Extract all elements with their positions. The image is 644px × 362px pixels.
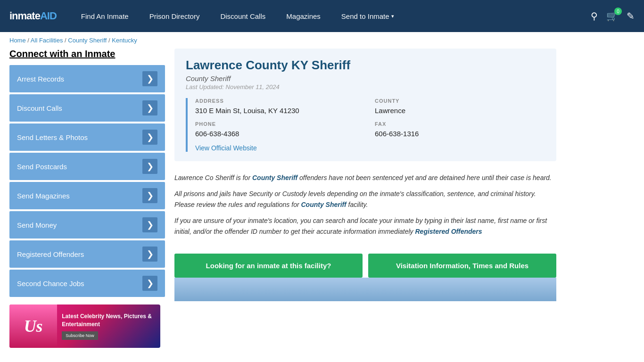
address-label: ADDRESS (195, 98, 365, 104)
sidebar-item-send-letters[interactable]: Send Letters & Photos ❯ (9, 123, 165, 151)
nav-magazines[interactable]: Magazines (276, 0, 331, 32)
sidebar: Connect with an Inmate Arrest Records ❯ … (9, 49, 165, 348)
phone-value: 606-638-4368 (195, 129, 365, 139)
find-inmate-button[interactable]: Looking for an inmate at this facility? (174, 254, 363, 278)
county-sheriff-link1[interactable]: County Sheriff (252, 174, 297, 181)
nav-prison-directory[interactable]: Prison Directory (139, 0, 210, 32)
county-sheriff-link2[interactable]: County Sheriff (301, 201, 346, 208)
phone-label: PHONE (195, 121, 365, 127)
logo[interactable]: inmateAID (9, 10, 57, 22)
facility-description: Lawrence Co Sheriff is for County Sherif… (174, 169, 556, 246)
header-icons: ⚲ 🛒 0 ✎ (591, 10, 635, 22)
breadcrumb-home[interactable]: Home (9, 37, 26, 44)
breadcrumb-kentucky[interactable]: Kentucky (112, 37, 137, 44)
arrow-icon: ❯ (142, 159, 157, 174)
fax-label: FAX (375, 121, 545, 127)
facility-details: ADDRESS 310 E Main St, Louisa, KY 41230 … (186, 98, 545, 152)
header: inmateAID Find An Inmate Prison Director… (0, 0, 644, 32)
sidebar-item-send-magazines[interactable]: Send Magazines ❯ (9, 182, 165, 209)
facility-type: County Sheriff (186, 74, 545, 82)
desc-para2: All prisons and jails have Security or C… (174, 189, 556, 210)
facility-updated: Last Updated: November 11, 2024 (186, 83, 545, 90)
action-buttons: Looking for an inmate at this facility? … (174, 254, 556, 278)
breadcrumb-all-facilities[interactable]: All Facilities (31, 37, 63, 44)
sidebar-item-arrest-records[interactable]: Arrest Records ❯ (9, 65, 165, 92)
search-icon[interactable]: ⚲ (591, 10, 598, 22)
sidebar-item-send-money[interactable]: Send Money ❯ (9, 211, 165, 239)
registered-offenders-link[interactable]: Registered Offenders (415, 228, 482, 235)
arrow-icon: ❯ (142, 276, 157, 291)
nav-discount-calls[interactable]: Discount Calls (210, 0, 276, 32)
nav-find-inmate[interactable]: Find An Inmate (71, 0, 139, 32)
breadcrumb-county-sheriff[interactable]: County Sheriff (68, 37, 107, 44)
address-value: 310 E Main St, Louisa, KY 41230 (195, 106, 365, 115)
arrow-icon: ❯ (142, 130, 157, 145)
cart-badge: 0 (614, 8, 622, 15)
facility-card: Lawrence County KY Sheriff County Sherif… (174, 49, 556, 161)
bottom-image (174, 278, 556, 301)
main-nav: Find An Inmate Prison Directory Discount… (71, 0, 591, 32)
main-layout: Connect with an Inmate Arrest Records ❯ … (0, 49, 566, 348)
desc-para1: Lawrence Co Sheriff is for County Sherif… (174, 173, 556, 183)
breadcrumb: Home / All Facilities / County Sheriff /… (0, 32, 644, 49)
ad-subscribe-button[interactable]: Subscribe Now (62, 331, 98, 340)
county-value: Lawrence (375, 106, 545, 115)
county-col: COUNTY Lawrence FAX 606-638-1316 (375, 98, 545, 152)
sidebar-item-second-chance-jobs[interactable]: Second Chance Jobs ❯ (9, 270, 165, 297)
arrow-icon: ❯ (142, 247, 157, 262)
sidebar-item-registered-offenders[interactable]: Registered Offenders ❯ (9, 240, 165, 268)
address-col: ADDRESS 310 E Main St, Louisa, KY 41230 … (195, 98, 365, 152)
arrow-icon: ❯ (142, 217, 157, 232)
sidebar-item-send-postcards[interactable]: Send Postcards ❯ (9, 153, 165, 180)
arrow-icon: ❯ (142, 100, 157, 115)
facility-name: Lawrence County KY Sheriff (186, 58, 545, 73)
main-content: Lawrence County KY Sheriff County Sherif… (174, 49, 556, 348)
website-link[interactable]: View Official Website (195, 144, 257, 152)
cart-icon[interactable]: 🛒 0 (606, 10, 618, 22)
sidebar-title: Connect with an Inmate (9, 49, 165, 59)
arrow-icon: ❯ (142, 71, 157, 86)
desc-para3: If you are unsure of your inmate's locat… (174, 215, 556, 237)
visitation-button[interactable]: Visitation Information, Times and Rules (368, 254, 556, 278)
ad-banner[interactable]: Us Latest Celebrity News, Pictures & Ent… (9, 304, 160, 348)
dropdown-arrow-icon: ▾ (391, 13, 394, 19)
arrow-icon: ❯ (142, 188, 157, 203)
sidebar-item-discount-calls[interactable]: Discount Calls ❯ (9, 94, 165, 122)
nav-send-to-inmate[interactable]: Send to Inmate ▾ (331, 0, 405, 32)
ad-headline: Latest Celebrity News, Pictures & Entert… (62, 313, 156, 329)
ad-brand-logo: Us (9, 304, 57, 348)
fax-value: 606-638-1316 (375, 129, 545, 139)
user-icon[interactable]: ✎ (627, 10, 635, 22)
county-label: COUNTY (375, 98, 545, 104)
